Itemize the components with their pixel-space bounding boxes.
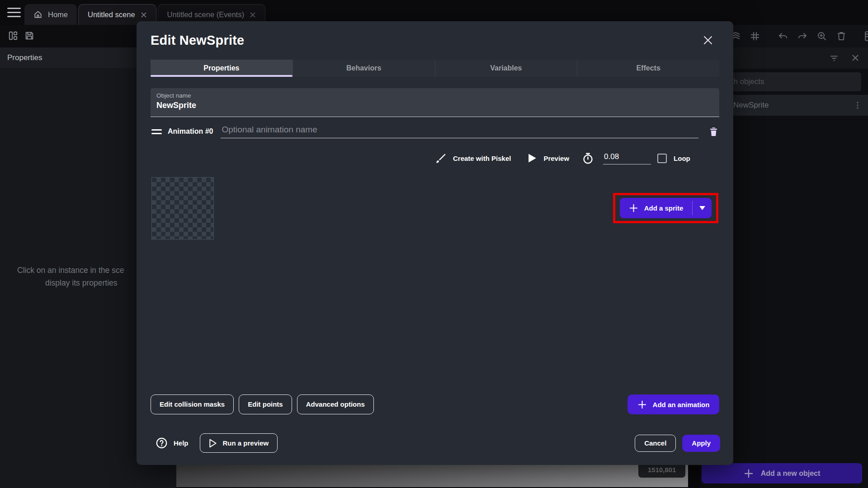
animation-tools-row: Create with Piskel Preview Loop — [435, 149, 704, 167]
home-icon — [33, 10, 42, 19]
animation-row: Animation #0 — [151, 122, 719, 141]
play-icon — [528, 153, 537, 163]
object-name-label: Object name — [156, 92, 191, 99]
run-preview-label: Run a preview — [223, 439, 269, 447]
tab-behaviors[interactable]: Behaviors — [292, 60, 435, 77]
question-circle-icon — [156, 437, 168, 449]
tab-variables[interactable]: Variables — [435, 60, 577, 77]
plus-icon — [637, 400, 647, 409]
close-panel-icon[interactable] — [851, 53, 860, 64]
trash-icon[interactable] — [836, 31, 847, 42]
properties-empty-text: display its properties — [45, 278, 118, 288]
tab-home[interactable]: Home — [24, 4, 77, 25]
advanced-options-button[interactable]: Advanced options — [297, 394, 374, 414]
close-tab-icon[interactable] — [141, 12, 147, 18]
edit-scene-properties-icon[interactable] — [864, 30, 868, 42]
add-sprite-dropdown-button[interactable] — [693, 198, 712, 218]
tab-label: Effects — [636, 64, 660, 72]
object-name: NewSprite — [733, 101, 769, 110]
save-icon[interactable] — [24, 31, 34, 42]
add-new-object-button[interactable]: Add a new object — [702, 463, 862, 483]
dialog-footer: Help Run a preview Cancel Apply — [151, 433, 720, 453]
plus-icon — [744, 469, 754, 479]
object-menu-icon[interactable] — [854, 100, 862, 112]
panels-layout-icon[interactable] — [8, 31, 18, 42]
tab-label: Home — [48, 10, 68, 19]
brush-icon — [435, 152, 447, 164]
edit-object-dialog: Edit NewSprite Properties Behaviors Vari… — [137, 21, 733, 465]
edit-points-button[interactable]: Edit points — [239, 394, 292, 414]
add-sprite-label: Add a sprite — [644, 204, 684, 212]
loop-label: Loop — [674, 155, 690, 162]
add-an-animation-button[interactable]: Add an animation — [627, 394, 719, 414]
play-outline-icon — [209, 439, 217, 448]
object-name-input[interactable] — [156, 101, 699, 110]
tab-properties[interactable]: Properties — [151, 60, 292, 77]
dialog-actions-row: Edit collision masks Edit points Advance… — [151, 394, 719, 414]
add-new-object-label: Add a new object — [761, 469, 821, 478]
annotation-highlight-box: Add a sprite — [613, 193, 718, 223]
grid-icon[interactable] — [750, 31, 760, 42]
tab-label: Behaviors — [346, 64, 381, 72]
delete-animation-icon[interactable] — [708, 126, 719, 137]
preview-button[interactable]: Preview — [543, 155, 569, 162]
close-tab-icon[interactable] — [250, 12, 256, 18]
gdevelop-app: Home Untitled scene Untitled scene (Even… — [0, 0, 868, 488]
plus-icon — [629, 203, 638, 213]
add-animation-label: Add an animation — [653, 401, 710, 408]
animation-name-input[interactable] — [221, 125, 698, 138]
tab-label: Untitled scene — [88, 10, 135, 19]
tab-effects[interactable]: Effects — [577, 60, 719, 77]
loop-checkbox[interactable] — [657, 154, 667, 163]
zoom-in-icon[interactable] — [816, 31, 827, 42]
filter-icon[interactable] — [829, 53, 839, 65]
help-button[interactable]: Help — [156, 437, 189, 449]
help-label: Help — [174, 439, 189, 447]
add-a-sprite-button[interactable]: Add a sprite — [620, 198, 712, 218]
redo-icon[interactable] — [797, 31, 808, 42]
stopwatch-icon — [582, 152, 594, 164]
animation-label: Animation #0 — [168, 127, 213, 136]
create-with-piskel-button[interactable]: Create with Piskel — [453, 155, 511, 162]
frame-duration-input[interactable] — [603, 152, 651, 164]
cancel-button[interactable]: Cancel — [635, 435, 676, 452]
edit-collision-masks-button[interactable]: Edit collision masks — [151, 394, 234, 414]
tab-label: Untitled scene (Events) — [167, 10, 245, 19]
undo-icon[interactable] — [778, 31, 788, 42]
run-a-preview-button[interactable]: Run a preview — [200, 433, 278, 453]
drag-handle-icon[interactable] — [151, 129, 162, 134]
dialog-tabs: Properties Behaviors Variables Effects — [151, 60, 719, 77]
tab-label: Variables — [490, 64, 522, 72]
scene-canvas[interactable] — [176, 465, 688, 487]
apply-button[interactable]: Apply — [682, 435, 720, 452]
dialog-title: Edit NewSprite — [151, 33, 244, 48]
sprite-frame-thumbnail[interactable] — [151, 177, 214, 239]
properties-empty-text: Click on an instance in the sce — [17, 266, 124, 275]
object-name-field[interactable]: Object name — [151, 88, 719, 117]
tab-label: Properties — [203, 64, 239, 72]
dialog-close-icon[interactable] — [702, 34, 714, 48]
main-menu-icon[interactable] — [7, 8, 21, 17]
